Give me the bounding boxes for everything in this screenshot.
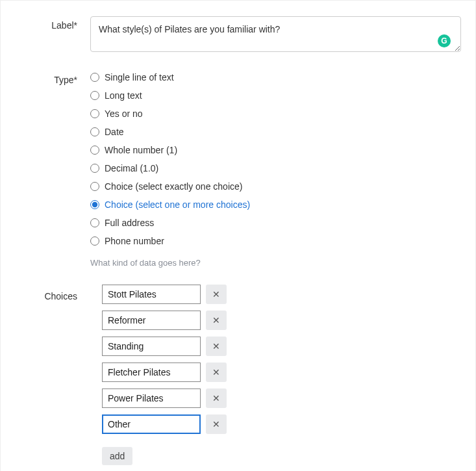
choice-input-0[interactable]	[102, 285, 201, 304]
close-icon: ✕	[212, 419, 220, 429]
choice-input-4[interactable]	[102, 388, 201, 408]
type-option-4[interactable]: Whole number (1)	[90, 145, 461, 155]
type-radio-8[interactable]	[90, 218, 99, 227]
type-caption: Type*	[15, 71, 90, 85]
close-icon: ✕	[212, 367, 220, 377]
choices-body: ✕✕✕✕✕✕ add	[90, 285, 461, 465]
add-area: add	[90, 447, 461, 465]
field-row-choices: Choices ✕✕✕✕✕✕ add	[15, 285, 461, 465]
type-radio-label: Phone number	[105, 236, 164, 246]
type-body: Single line of textLong textYes or noDat…	[90, 71, 461, 268]
remove-choice-button[interactable]: ✕	[206, 363, 227, 382]
type-radio-7[interactable]	[90, 200, 99, 209]
remove-choice-button[interactable]: ✕	[206, 285, 227, 304]
type-radio-1[interactable]	[90, 91, 99, 100]
type-hint: What kind of data goes here?	[90, 258, 461, 268]
type-radio-label: Full address	[105, 218, 154, 228]
label-body: G	[90, 16, 461, 54]
type-option-1[interactable]: Long text	[90, 90, 461, 101]
choice-row: ✕	[102, 363, 461, 382]
close-icon: ✕	[212, 289, 220, 299]
type-option-3[interactable]: Date	[90, 127, 461, 137]
choice-row: ✕	[102, 414, 461, 434]
type-option-6[interactable]: Choice (select exactly one choice)	[90, 181, 461, 192]
type-option-8[interactable]: Full address	[90, 218, 461, 228]
type-radio-label: Choice (select one or more choices)	[105, 199, 250, 210]
type-radio-label: Decimal (1.0)	[105, 163, 158, 173]
choices-caption: Choices	[15, 285, 90, 301]
remove-choice-button[interactable]: ✕	[206, 311, 227, 330]
field-row-type: Type* Single line of textLong textYes or…	[15, 71, 461, 268]
type-radio-label: Single line of text	[105, 72, 174, 83]
label-textarea[interactable]	[90, 16, 461, 52]
close-icon: ✕	[212, 315, 220, 325]
form-container: Label* G Type* Single line of textLong t…	[0, 0, 476, 471]
type-radio-5[interactable]	[90, 164, 99, 173]
choice-input-5[interactable]	[102, 414, 201, 434]
type-radio-4[interactable]	[90, 146, 99, 155]
type-option-7[interactable]: Choice (select one or more choices)	[90, 199, 461, 210]
type-radio-label: Date	[105, 127, 124, 137]
choices-list: ✕✕✕✕✕✕	[90, 285, 461, 434]
choice-row: ✕	[102, 285, 461, 304]
close-icon: ✕	[212, 341, 220, 351]
type-radio-label: Whole number (1)	[105, 145, 177, 155]
type-option-9[interactable]: Phone number	[90, 236, 461, 246]
type-option-0[interactable]: Single line of text	[90, 72, 461, 83]
type-radio-3[interactable]	[90, 127, 99, 136]
close-icon: ✕	[212, 393, 220, 403]
type-option-2[interactable]: Yes or no	[90, 108, 461, 119]
choice-input-3[interactable]	[102, 363, 201, 382]
field-row-label: Label* G	[15, 16, 461, 54]
remove-choice-button[interactable]: ✕	[206, 388, 227, 408]
type-option-5[interactable]: Decimal (1.0)	[90, 163, 461, 173]
type-radio-9[interactable]	[90, 236, 99, 246]
choice-row: ✕	[102, 311, 461, 330]
type-radio-label: Yes or no	[105, 108, 143, 119]
type-radio-list: Single line of textLong textYes or noDat…	[90, 71, 461, 246]
type-radio-label: Long text	[105, 90, 142, 101]
remove-choice-button[interactable]: ✕	[206, 414, 227, 434]
choice-row: ✕	[102, 388, 461, 408]
type-radio-6[interactable]	[90, 182, 99, 191]
remove-choice-button[interactable]: ✕	[206, 337, 227, 356]
choice-row: ✕	[102, 337, 461, 356]
type-radio-0[interactable]	[90, 73, 99, 82]
type-radio-2[interactable]	[90, 109, 99, 118]
add-button[interactable]: add	[102, 447, 132, 465]
type-radio-label: Choice (select exactly one choice)	[105, 181, 242, 192]
choice-input-1[interactable]	[102, 311, 201, 330]
choice-input-2[interactable]	[102, 337, 201, 356]
label-caption: Label*	[15, 16, 90, 31]
